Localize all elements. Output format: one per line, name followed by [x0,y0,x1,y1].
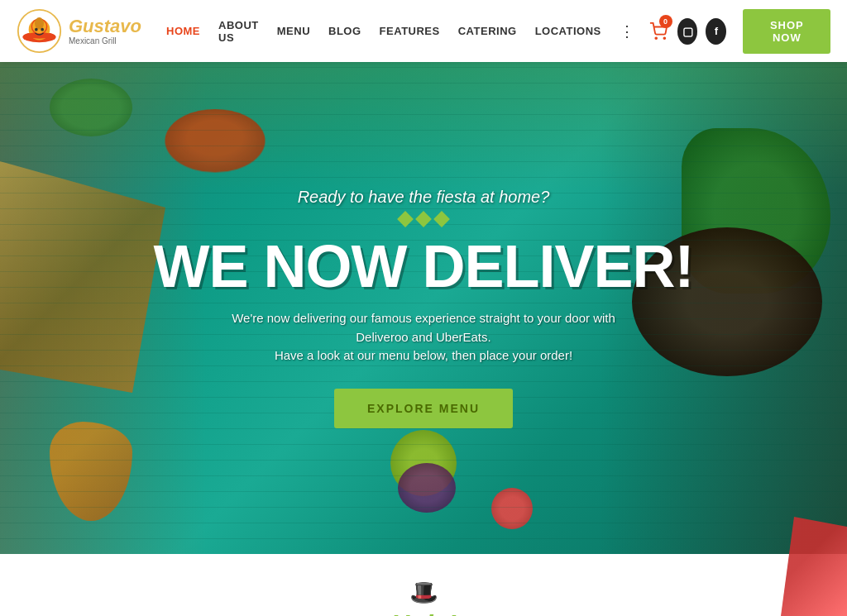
nav-menu[interactable]: MENU [277,25,310,37]
hero-description: We're now delivering our famous experien… [217,309,630,365]
bowl-green [50,79,132,136]
onion-decoration [398,463,456,513]
hero-content: Ready to have the fiesta at home? WE NOW… [137,171,711,445]
facebook-icon: f [715,25,718,37]
svg-point-7 [35,28,38,31]
main-nav: HOME ABOUT US MENU BLOG FEATURES CATERIN… [166,19,636,44]
nav-features[interactable]: FEATURES [380,25,440,37]
header-icons: 0 ▢ f SHOP NOW [648,9,831,54]
svg-point-8 [41,28,44,31]
nav-more-icon[interactable]: ⋮ [620,22,636,41]
header: Gustavo Mexican Grill HOME ABOUT US MENU… [0,0,847,62]
diamond-icon-2 [415,211,432,227]
svg-point-6 [35,17,44,30]
tomato-decoration [491,488,533,529]
hero-title: WE NOW DELIVER! [154,236,694,296]
logo-subtitle: Mexican Grill [69,36,141,45]
nav-home[interactable]: HOME [166,25,200,37]
nav-catering[interactable]: CATERING [458,25,517,37]
svg-point-9 [655,37,657,39]
nav-locations[interactable]: LOCATIONS [535,25,601,37]
hero-section: Ready to have the fiesta at home? WE NOW… [0,62,847,554]
instagram-icon: ▢ [682,25,693,38]
cart-button[interactable]: 0 [648,18,669,45]
shop-now-button[interactable]: SHOP NOW [743,9,830,54]
facebook-button[interactable]: f [706,18,726,45]
diamond-icon-3 [433,211,450,227]
sombrero-icon: 🎩 [409,579,438,606]
logo-text: Gustavo Mexican Grill [69,17,141,45]
hola-decorators: Hola! [341,609,506,616]
hola-section: 🎩 Hola! [17,579,830,616]
logo[interactable]: Gustavo Mexican Grill [17,8,141,54]
cart-badge: 0 [659,15,672,28]
explore-menu-button[interactable]: EXPLORE MENU [334,389,513,428]
hero-icon-row [154,213,694,225]
instagram-button[interactable]: ▢ [677,18,698,45]
nav-blog[interactable]: BLOG [328,25,361,37]
hola-text: Hola! [390,609,457,616]
nav-about[interactable]: ABOUT US [218,19,259,44]
logo-icon [17,8,62,54]
logo-name: Gustavo [69,17,141,36]
below-hero-section: 🎩 Hola! [0,554,847,616]
diamond-icon-1 [397,211,414,227]
svg-point-10 [664,37,666,39]
hero-tagline: Ready to have the fiesta at home? [154,188,694,207]
